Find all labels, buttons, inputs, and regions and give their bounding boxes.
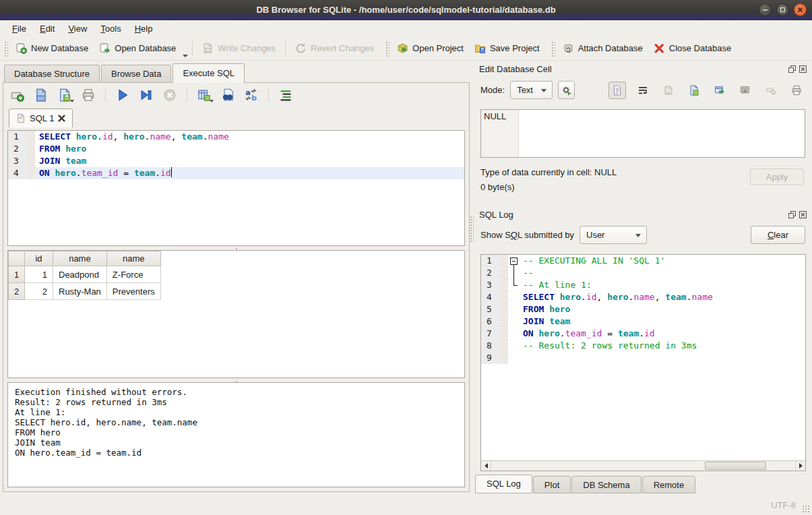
mode-combobox[interactable]: Text — [510, 81, 553, 99]
text-mode-button[interactable] — [608, 82, 626, 99]
sql-log-content[interactable]: 1-- EXECUTING ALL IN 'SQL 1'2--3-- At li… — [481, 255, 805, 460]
find-button[interactable] — [220, 88, 235, 102]
print-button[interactable] — [81, 88, 96, 102]
cell-editor-content[interactable] — [519, 110, 805, 157]
minimize-button[interactable] — [759, 3, 772, 16]
table-cell[interactable]: 1 — [25, 266, 53, 283]
open-database-dropdown-icon[interactable] — [183, 55, 188, 57]
word-wrap-button[interactable] — [634, 82, 652, 99]
menu-tools[interactable]: Tools — [94, 22, 127, 36]
resize-grip[interactable] — [802, 505, 810, 513]
dock-tab-db-schema[interactable]: DB Schema — [571, 476, 641, 493]
format-sql-button[interactable] — [278, 88, 293, 102]
float-panel-icon[interactable] — [788, 65, 796, 73]
code-line-7[interactable]: 7ON hero.team_id = team.id — [481, 328, 805, 340]
open-sql-file-button[interactable] — [34, 88, 49, 102]
clear-log-button[interactable]: Clear — [751, 226, 805, 244]
toolbar-drag-handle[interactable] — [3, 40, 8, 57]
code-line-8[interactable]: 8-- Result: 2 rows returned in 3ms — [481, 340, 805, 352]
menu-view[interactable]: View — [61, 22, 94, 36]
close-button[interactable] — [794, 3, 807, 16]
log-horizontal-scrollbar[interactable] — [481, 460, 805, 471]
toolbar-drag-handle[interactable] — [385, 40, 389, 57]
code-line-1[interactable]: 1SELECT hero.id, hero.name, team.name — [8, 131, 464, 143]
fold-tree — [508, 340, 519, 352]
save-sql-file-button[interactable] — [57, 88, 72, 102]
save-results-view-dropdown-icon[interactable] — [210, 100, 214, 102]
table-cell[interactable]: Deadpond — [53, 266, 107, 283]
fold-collapse-icon[interactable] — [508, 255, 519, 267]
table-cell[interactable]: Z-Force — [106, 266, 160, 283]
code-line-5[interactable]: 5FROM hero — [481, 303, 805, 315]
code-line-3[interactable]: 3JOIN team — [8, 155, 464, 167]
execute-all-icon — [116, 88, 129, 102]
float-panel-icon[interactable] — [788, 210, 796, 218]
open-new-sql-tab-button[interactable] — [10, 88, 25, 102]
menu-file[interactable]: File — [5, 22, 33, 36]
copy-link-button[interactable] — [737, 82, 754, 99]
code-line-6[interactable]: 6JOIN team — [481, 315, 805, 328]
column-header-name[interactable]: name — [53, 251, 107, 266]
print-cell-button[interactable] — [788, 82, 805, 99]
fold-margin — [500, 279, 508, 291]
cell-value-editor[interactable]: NULL — [480, 109, 805, 158]
row-header[interactable]: 1 — [9, 266, 25, 283]
close-database-button[interactable]: Close Database — [648, 40, 737, 57]
column-header-name[interactable]: name — [106, 251, 160, 266]
encoding-indicator[interactable]: UTF-8 — [771, 500, 796, 510]
tab-execute-sql[interactable]: Execute SQL — [173, 63, 245, 83]
code-line-4[interactable]: 4ON hero.team_id = team.id — [8, 167, 464, 179]
code-line-4[interactable]: 4SELECT hero.id, hero.name, team.name — [481, 291, 805, 303]
apply-data-button[interactable] — [558, 81, 575, 99]
code-line-1[interactable]: 1-- EXECUTING ALL IN 'SQL 1' — [481, 255, 805, 267]
open-external-button[interactable] — [711, 82, 728, 99]
close-panel-icon[interactable] — [799, 210, 807, 218]
table-cell[interactable]: 2 — [25, 283, 53, 300]
execute-current-line-button[interactable] — [139, 88, 154, 102]
dock-tab-plot[interactable]: Plot — [533, 476, 571, 493]
find-and-replace-button[interactable]: ab — [244, 88, 259, 102]
new-database-icon — [15, 42, 27, 54]
row-header[interactable]: 2 — [9, 283, 25, 300]
open-database-button[interactable]: Open Database — [94, 40, 181, 57]
code-line-2[interactable]: 2FROM hero — [8, 143, 464, 155]
close-panel-icon[interactable] — [799, 65, 807, 73]
tab-browse-data[interactable]: Browse Data — [101, 65, 171, 83]
export-file-icon — [689, 85, 699, 96]
close-tab-icon[interactable] — [58, 115, 65, 122]
export-file-button[interactable] — [685, 82, 703, 99]
table-cell[interactable]: Rusty-Man — [53, 283, 107, 300]
sql-document-tab[interactable]: SQL 1 — [9, 109, 73, 127]
submitter-combobox[interactable]: User — [580, 226, 647, 244]
scroll-left-arrow-icon[interactable] — [481, 461, 491, 471]
code-line-2[interactable]: 2-- — [481, 267, 805, 279]
combo-arrow-icon — [635, 234, 641, 237]
line-number: 7 — [481, 328, 500, 340]
code-text: FROM hero — [35, 143, 464, 155]
tab-database-structure[interactable]: Database Structure — [4, 65, 100, 83]
attach-database-button[interactable]: Attach Database — [557, 40, 648, 57]
table-cell[interactable]: Preventers — [106, 283, 160, 300]
svg-text:b: b — [251, 94, 257, 102]
save-results-view-button[interactable] — [197, 88, 212, 102]
scroll-right-arrow-icon[interactable] — [795, 461, 805, 471]
code-line-3[interactable]: 3-- At line 1: — [481, 279, 805, 291]
dock-tab-sql-log[interactable]: SQL Log — [475, 475, 532, 493]
sql-editor[interactable]: 1SELECT hero.id, hero.name, team.name2FR… — [7, 130, 465, 246]
dock-tab-remote[interactable]: Remote — [642, 476, 696, 493]
save-project-button[interactable]: Save Project — [469, 40, 545, 57]
menu-edit[interactable]: Edit — [33, 22, 61, 36]
sql-log-panel: 1-- EXECUTING ALL IN 'SQL 1'2--3-- At li… — [480, 254, 806, 471]
open-project-button[interactable]: Open Project — [392, 40, 469, 57]
execute-all-button[interactable] — [115, 88, 130, 102]
menu-help[interactable]: Help — [128, 22, 160, 36]
maximize-button[interactable] — [776, 3, 789, 16]
save-sql-file-dropdown-icon[interactable] — [70, 100, 74, 102]
open-project-label: Open Project — [412, 43, 464, 53]
save-results-view-icon — [197, 88, 211, 102]
scrollbar-thumb[interactable] — [705, 462, 766, 470]
new-database-button[interactable]: New Database — [10, 40, 94, 57]
code-line-9[interactable]: 9 — [481, 352, 805, 364]
toolbar-drag-handle[interactable] — [551, 40, 555, 57]
column-header-id[interactable]: id — [25, 251, 53, 266]
